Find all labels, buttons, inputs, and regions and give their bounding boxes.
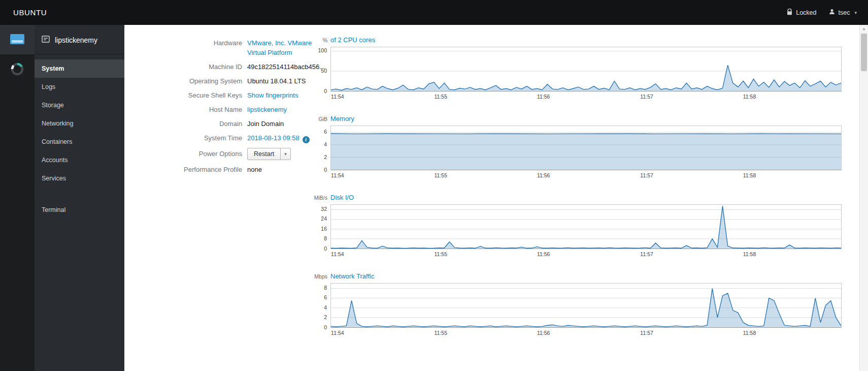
x-tick-label: 11:54 (331, 251, 344, 257)
y-tick-label: 32 (321, 206, 327, 212)
disk-io-title-link[interactable]: Disk I/O (330, 194, 354, 201)
memory-title-link[interactable]: Memory (330, 115, 354, 122)
scrollbar-thumb[interactable] (861, 34, 867, 71)
locked-indicator[interactable]: Locked (787, 9, 816, 17)
os-label: Operating System (138, 76, 247, 86)
network-traffic-chart: Mbps Network Traffic 02468 11:5411:5511:… (313, 272, 842, 336)
host-icon (42, 35, 50, 45)
x-tick-label: 11:54 (331, 330, 344, 336)
system-time-label: System Time (138, 133, 247, 143)
domain-row: Domain Join Domain (138, 119, 313, 129)
restart-dropdown-button[interactable]: ▾ (281, 148, 291, 160)
x-tick-label: 11:58 (743, 172, 756, 178)
sidebar-item-storage[interactable]: Storage (35, 96, 124, 114)
memory-y-axis: 0246 (313, 126, 330, 170)
y-tick-label: 0 (324, 88, 327, 94)
sidebar-item-terminal[interactable]: Terminal (35, 201, 124, 219)
cpu-y-axis: 050100 (313, 47, 330, 91)
os-row: Operating System Ubuntu 18.04.1 LTS (138, 76, 313, 86)
sidebar-item-accounts[interactable]: Accounts (35, 151, 124, 169)
domain-label: Domain (138, 119, 247, 129)
y-tick-label: 8 (324, 235, 327, 241)
sidebar-item-logs[interactable]: Logs (35, 78, 124, 96)
x-tick-label: 11:54 (331, 172, 344, 178)
user-menu[interactable]: tsec ▾ (829, 9, 857, 16)
memory-x-axis: 11:5411:5511:5611:5711:58 (330, 170, 842, 179)
disk-io-unit: MiB/s (313, 195, 330, 201)
hardware-label: Hardware (138, 38, 247, 48)
machine-id-label: Machine ID (138, 62, 247, 72)
cpu-x-axis: 11:5411:5511:5611:5711:58 (330, 91, 842, 100)
info-icon[interactable]: i (303, 136, 310, 143)
y-tick-label: 8 (324, 285, 327, 291)
y-tick-label: 4 (324, 304, 327, 311)
y-tick-label: 100 (318, 47, 327, 53)
network-traffic-plot-area (330, 283, 842, 328)
y-tick-label: 6 (324, 129, 327, 135)
sidebar-item-services[interactable]: Services (35, 169, 124, 188)
top-navbar: UBUNTU Locked tsec ▾ (0, 0, 868, 25)
os-value: Ubuntu 18.04.1 LTS (247, 76, 306, 86)
dashboard-icon[interactable] (0, 54, 35, 84)
x-tick-label: 11:56 (537, 251, 550, 257)
scrollbar[interactable]: ▲ (859, 25, 868, 371)
y-tick-label: 0 (324, 167, 327, 173)
system-time-row: System Time 2018-08-13 09:58i (138, 133, 313, 143)
chevron-down-icon: ▾ (854, 10, 857, 15)
disk-io-y-axis: 08162432 (313, 204, 330, 249)
power-options-group: Restart ▾ (247, 148, 291, 160)
machine-id-row: Machine ID 49c1822514114bacb456... (138, 62, 313, 72)
scroll-up-arrow[interactable]: ▲ (860, 25, 868, 33)
y-tick-label: 2 (324, 314, 327, 320)
hardware-link[interactable]: VMware, Inc. VMware Virtual Platform (247, 38, 313, 57)
user-name: tsec (839, 9, 850, 16)
x-tick-label: 11:55 (435, 172, 448, 178)
sidebar-item-containers[interactable]: Containers (35, 133, 124, 151)
memory-chart: GiB Memory 0246 11:5411:5511:5611:5711:5… (313, 115, 842, 179)
x-tick-label: 11:55 (435, 94, 448, 100)
performance-profile-row: Performance Profile none (138, 165, 313, 174)
locked-label: Locked (796, 9, 816, 16)
disk-io-plot-area (330, 204, 842, 249)
memory-plot-area (330, 126, 842, 170)
join-domain-value[interactable]: Join Domain (247, 119, 284, 129)
x-tick-label: 11:55 (435, 330, 448, 336)
disk-io-chart: MiB/s Disk I/O 08162432 11:5411:5511:561… (313, 194, 842, 258)
network-traffic-unit: Mbps (313, 273, 330, 280)
user-icon (829, 9, 835, 16)
charts-panel: % of 2 CPU cores 050100 11:5411:5511:561… (313, 25, 842, 371)
cpu-unit: % (313, 37, 330, 43)
host-selector[interactable]: lipstickenemy (35, 25, 124, 54)
y-tick-label: 0 (324, 324, 327, 330)
ssh-keys-label: Secure Shell Keys (138, 90, 247, 100)
x-tick-label: 11:56 (537, 172, 550, 178)
x-tick-label: 11:57 (640, 251, 653, 257)
network-traffic-x-axis: 11:5411:5511:5611:5711:58 (330, 328, 842, 336)
restart-button[interactable]: Restart (247, 148, 281, 160)
y-tick-label: 16 (321, 226, 327, 232)
sidebar-item-networking[interactable]: Networking (35, 114, 124, 133)
sidebar-item-system[interactable]: System (35, 59, 124, 78)
y-tick-label: 4 (324, 141, 327, 147)
x-tick-label: 11:56 (537, 94, 550, 100)
x-tick-label: 11:55 (435, 251, 448, 257)
hardware-row: Hardware VMware, Inc. VMware Virtual Pla… (138, 38, 313, 57)
cpu-title-link[interactable]: of 2 CPU cores (330, 36, 375, 44)
x-tick-label: 11:58 (743, 94, 756, 100)
lock-icon (787, 9, 792, 17)
performance-profile-value: none (247, 165, 262, 174)
show-fingerprints-link[interactable]: Show fingerprints (247, 90, 298, 100)
machine-id-value: 49c1822514114bacb456... (247, 62, 323, 72)
ssh-keys-row: Secure Shell Keys Show fingerprints (138, 90, 313, 100)
x-tick-label: 11:57 (640, 94, 653, 100)
y-tick-label: 0 (324, 245, 327, 252)
network-traffic-title-link[interactable]: Network Traffic (330, 272, 374, 280)
cpu-chart: % of 2 CPU cores 050100 11:5411:5511:561… (313, 36, 842, 100)
machines-icon[interactable] (0, 25, 35, 54)
x-tick-label: 11:56 (537, 330, 550, 336)
hostname-link[interactable]: lipstickenemy (247, 105, 287, 114)
cpu-plot-area (330, 47, 842, 91)
power-options-label: Power Options (138, 149, 247, 159)
x-tick-label: 11:58 (743, 330, 756, 336)
system-time-link[interactable]: 2018-08-13 09:58 (247, 134, 299, 142)
